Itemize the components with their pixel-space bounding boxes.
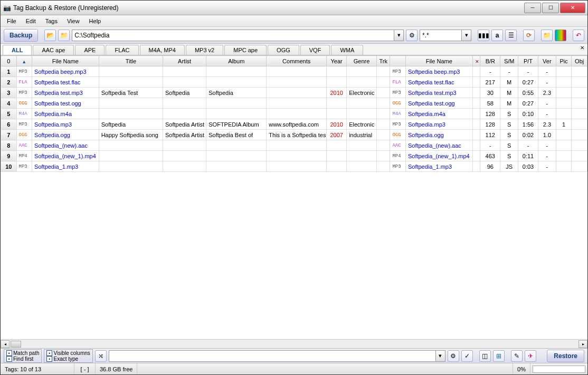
- file-name-link[interactable]: Softpedia beep.mp3: [32, 66, 99, 77]
- find-first-checkbox[interactable]: ▪Find first: [6, 356, 39, 362]
- table-row[interactable]: 4OGGSoftpedia test.oggOGGSoftpedia test.…: [1, 98, 587, 109]
- col-header-4[interactable]: Artist: [163, 56, 206, 66]
- col-header-11[interactable]: File Name: [405, 56, 472, 66]
- file-name-link-2[interactable]: Softpedia_(new_1).mp4: [405, 151, 472, 161]
- col-header-9[interactable]: Trk: [377, 56, 390, 66]
- table-row[interactable]: 6MP3Softpedia.mp3SoftpediaSoftpedia Arti…: [1, 119, 587, 130]
- file-name-link-2[interactable]: Softpedia.ogg: [405, 130, 472, 140]
- file-name-link[interactable]: Softpedia test.flac: [32, 77, 99, 88]
- file-name-link[interactable]: Softpedia_1.mp3: [32, 161, 99, 172]
- restore-button[interactable]: Restore: [547, 350, 584, 362]
- scroll-thumb[interactable]: [11, 341, 21, 348]
- brush-icon[interactable]: ✎: [511, 350, 523, 362]
- file-name-link-2[interactable]: Softpedia test.mp3: [405, 88, 472, 98]
- rocket-icon[interactable]: ✈: [525, 350, 536, 362]
- horizontal-scrollbar[interactable]: ◂ ▸: [1, 339, 587, 348]
- tab-aac-ape[interactable]: AAC ape: [33, 45, 74, 55]
- col-header-16[interactable]: Ver: [538, 56, 556, 66]
- check-icon[interactable]: ✓: [461, 350, 473, 362]
- col-header-0[interactable]: 0: [1, 56, 17, 66]
- folder-open-icon[interactable]: 📁: [58, 30, 70, 41]
- scroll-left-icon[interactable]: ◂: [1, 340, 10, 348]
- table-row[interactable]: 3MP3Softpedia test.mp3Softpedia TestSoft…: [1, 88, 587, 98]
- refresh-icon[interactable]: ⟳: [523, 30, 535, 41]
- file-name-link-2[interactable]: Softpedia.mp3: [405, 119, 472, 130]
- select-dashed-icon[interactable]: ◫: [479, 350, 491, 362]
- col-header-14[interactable]: S/M: [500, 56, 518, 66]
- undo-icon[interactable]: ↶: [573, 30, 584, 41]
- tab-mp3-v2[interactable]: MP3 v2: [186, 45, 223, 55]
- bottom-combo-dropdown-icon[interactable]: ▾: [436, 350, 445, 362]
- col-header-2[interactable]: File Name: [32, 56, 99, 66]
- tab-ape[interactable]: APE: [75, 45, 105, 55]
- file-name-link-2[interactable]: Softpedia test.flac: [405, 77, 472, 88]
- table-row[interactable]: 10MP3Softpedia_1.mp3MP3Softpedia_1.mp396…: [1, 161, 587, 172]
- file-name-link[interactable]: Softpedia.ogg: [32, 130, 99, 140]
- close-button[interactable]: ✕: [560, 3, 585, 13]
- table-row[interactable]: 8AACSoftpedia_(new).aacAACSoftpedia_(new…: [1, 140, 587, 151]
- col-header-13[interactable]: B/R: [480, 56, 500, 66]
- tab-vqf[interactable]: VQF: [300, 45, 330, 55]
- col-header-8[interactable]: Genre: [347, 56, 377, 66]
- filter-toggle-icon[interactable]: ⚙: [406, 30, 418, 41]
- scroll-right-icon[interactable]: ▸: [578, 340, 587, 348]
- file-name-link[interactable]: Softpedia.m4a: [32, 109, 99, 119]
- table-row[interactable]: 2FLASoftpedia test.flacFLASoftpedia test…: [1, 77, 587, 88]
- menu-view[interactable]: View: [63, 17, 84, 25]
- col-header-1[interactable]: ▲: [16, 56, 32, 66]
- visible-columns-checkbox[interactable]: ▪Visible columns: [46, 350, 90, 356]
- titlebar[interactable]: 📷 Tag Backup & Restore (Unregistered) ─ …: [1, 1, 587, 15]
- menu-file[interactable]: File: [3, 17, 21, 25]
- table-row[interactable]: 9MP4Softpedia_(new_1).mp4MP4Softpedia_(n…: [1, 151, 587, 161]
- filter-input[interactable]: [420, 30, 462, 41]
- file-name-link[interactable]: Softpedia_(new).aac: [32, 140, 99, 151]
- file-name-link-2[interactable]: Softpedia beep.mp3: [405, 66, 472, 77]
- tab-mpc-ape[interactable]: MPC ape: [224, 45, 267, 55]
- filter-dropdown-icon[interactable]: ▾: [462, 30, 471, 41]
- file-name-link[interactable]: Softpedia test.ogg: [32, 98, 99, 109]
- file-name-link-2[interactable]: Softpedia test.ogg: [405, 98, 472, 109]
- auto-a-icon[interactable]: a: [491, 30, 503, 41]
- col-header-12[interactable]: ✕: [472, 56, 480, 66]
- menu-tags[interactable]: Tags: [41, 17, 62, 25]
- tab-m4a-mp4[interactable]: M4A, MP4: [140, 45, 185, 55]
- excel-icon[interactable]: ⊞: [493, 350, 505, 362]
- folder-up-icon[interactable]: 📂: [44, 30, 56, 41]
- tag-settings-icon[interactable]: ⚙: [448, 350, 459, 362]
- col-header-6[interactable]: Comments: [267, 56, 327, 66]
- tab-wma[interactable]: WMA: [331, 45, 363, 55]
- tab-flac[interactable]: FLAC: [106, 45, 138, 55]
- tabbar-close-icon[interactable]: ✕: [580, 45, 584, 51]
- col-header-10[interactable]: [390, 56, 406, 66]
- menu-edit[interactable]: Edit: [22, 17, 40, 25]
- col-header-7[interactable]: Year: [327, 56, 347, 66]
- file-name-link-2[interactable]: Softpedia_1.mp3: [405, 161, 472, 172]
- folder-icon[interactable]: 📁: [541, 30, 553, 41]
- file-name-link-2[interactable]: Softpedia.m4a: [405, 109, 472, 119]
- barcode-icon[interactable]: ▮▮▮: [478, 30, 489, 41]
- backup-button[interactable]: Backup: [4, 29, 38, 42]
- col-header-3[interactable]: Title: [99, 56, 163, 66]
- match-path-checkbox[interactable]: ▪Match path: [6, 350, 39, 356]
- path-input[interactable]: [72, 30, 394, 41]
- tab-all[interactable]: ALL: [3, 45, 32, 55]
- col-header-18[interactable]: Obj: [572, 56, 587, 66]
- tab-ogg[interactable]: OGG: [268, 45, 299, 55]
- table-row[interactable]: 7OGGSoftpedia.oggHappy Softpedia songSof…: [1, 130, 587, 140]
- maximize-button[interactable]: ☐: [542, 3, 559, 13]
- file-name-link[interactable]: Softpedia_(new_1).mp4: [32, 151, 99, 161]
- file-name-link-2[interactable]: Softpedia_(new).aac: [405, 140, 472, 151]
- lines-icon[interactable]: ☰: [505, 30, 517, 41]
- file-name-link[interactable]: Softpedia test.mp3: [32, 88, 99, 98]
- col-header-15[interactable]: P/T: [518, 56, 538, 66]
- col-header-5[interactable]: Album: [206, 56, 267, 66]
- path-dropdown-icon[interactable]: ▾: [394, 30, 404, 41]
- table-row[interactable]: 5M4ASoftpedia.m4aM4ASoftpedia.m4a128S0:1…: [1, 109, 587, 119]
- exact-type-checkbox[interactable]: ▪Exact type: [46, 356, 90, 362]
- bottom-combo-input[interactable]: [109, 350, 436, 362]
- table-row[interactable]: 1MP3Softpedia beep.mp3MP3Softpedia beep.…: [1, 66, 587, 77]
- minimize-button[interactable]: ─: [524, 3, 541, 13]
- shuffle-icon[interactable]: ⤭: [95, 350, 107, 362]
- file-name-link[interactable]: Softpedia.mp3: [32, 119, 99, 130]
- col-header-17[interactable]: Pic: [556, 56, 572, 66]
